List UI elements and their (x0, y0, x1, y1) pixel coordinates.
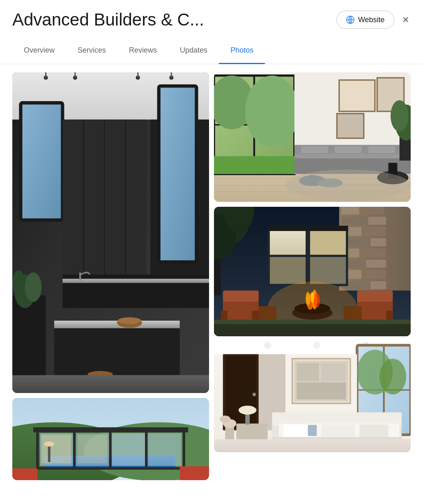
svg-rect-51 (41, 435, 71, 463)
svg-point-36 (12, 270, 25, 296)
svg-point-141 (264, 342, 271, 349)
tab-overview[interactable]: Overview (12, 38, 66, 64)
svg-point-135 (314, 293, 320, 307)
living-room-image (214, 72, 411, 202)
svg-rect-164 (321, 424, 355, 438)
svg-rect-37 (79, 273, 81, 281)
globe-icon (346, 15, 355, 24)
svg-rect-121 (223, 291, 259, 302)
photo-column-left (12, 72, 209, 480)
svg-rect-171 (225, 426, 234, 442)
svg-rect-16 (62, 279, 209, 283)
svg-rect-99 (341, 217, 366, 225)
svg-rect-159 (297, 382, 346, 399)
svg-rect-114 (270, 230, 306, 255)
svg-rect-72 (339, 80, 375, 111)
svg-rect-145 (225, 356, 256, 428)
svg-rect-70 (214, 156, 294, 174)
photo-bedroom[interactable] (214, 341, 411, 452)
svg-point-142 (313, 342, 320, 349)
svg-rect-46 (148, 433, 182, 466)
svg-rect-32 (12, 375, 209, 393)
svg-rect-55 (12, 468, 37, 480)
website-button-label: Website (358, 16, 385, 24)
svg-rect-102 (364, 227, 386, 236)
svg-rect-6 (21, 103, 62, 220)
svg-point-90 (391, 100, 409, 132)
svg-rect-158 (321, 363, 346, 381)
photos-grid (0, 64, 423, 488)
tab-services[interactable]: Services (66, 38, 117, 64)
header-actions: Website × (336, 11, 411, 29)
svg-rect-78 (301, 146, 328, 153)
photo-outdoor-firepit[interactable] (214, 207, 411, 336)
svg-point-20 (118, 317, 141, 324)
svg-rect-125 (357, 291, 393, 302)
svg-rect-18 (54, 321, 180, 328)
svg-rect-98 (361, 207, 384, 215)
svg-rect-128 (259, 306, 277, 322)
svg-rect-13 (159, 86, 197, 262)
svg-rect-168 (236, 423, 267, 442)
svg-rect-80 (368, 146, 395, 153)
tabs-nav: Overview Services Reviews Updates Photos (0, 38, 423, 64)
svg-rect-56 (180, 466, 209, 480)
svg-rect-17 (54, 321, 180, 375)
page-header: Advanced Builders & C... Website × (0, 0, 423, 38)
tab-reviews[interactable]: Reviews (117, 38, 168, 64)
svg-rect-52 (78, 435, 107, 463)
svg-rect-50 (33, 427, 188, 432)
svg-rect-167 (308, 425, 317, 436)
photo-living-room[interactable] (214, 72, 411, 202)
photo-column-right (214, 72, 411, 480)
svg-rect-115 (310, 230, 346, 255)
svg-point-35 (25, 273, 42, 302)
svg-rect-77 (294, 154, 411, 158)
svg-rect-79 (335, 146, 361, 153)
svg-rect-74 (337, 113, 363, 138)
svg-rect-104 (370, 238, 386, 246)
svg-rect-116 (270, 257, 306, 284)
svg-point-134 (306, 292, 310, 305)
svg-rect-117 (310, 257, 346, 284)
kitchen-image (12, 72, 209, 393)
svg-rect-97 (341, 207, 359, 215)
tab-updates[interactable]: Updates (168, 38, 219, 64)
svg-rect-112 (370, 281, 386, 289)
svg-point-170 (239, 406, 257, 415)
svg-rect-108 (366, 260, 386, 268)
svg-point-54 (44, 442, 54, 446)
svg-rect-106 (361, 248, 386, 257)
photo-kitchen[interactable] (12, 72, 209, 393)
svg-point-87 (285, 169, 411, 201)
svg-rect-100 (368, 217, 386, 225)
glass-house-image (12, 398, 209, 480)
photo-glass-house[interactable] (12, 398, 209, 480)
svg-point-69 (245, 76, 299, 147)
svg-rect-138 (214, 320, 411, 324)
close-icon: × (402, 13, 409, 26)
svg-rect-129 (344, 306, 362, 322)
svg-rect-157 (297, 363, 319, 381)
svg-rect-45 (112, 433, 146, 466)
tab-photos[interactable]: Photos (219, 38, 265, 64)
page-title: Advanced Builders & C... (12, 10, 242, 30)
svg-point-153 (379, 358, 406, 394)
bedroom-image (214, 341, 411, 452)
svg-rect-33 (12, 296, 46, 375)
svg-point-173 (220, 416, 230, 423)
close-button[interactable]: × (401, 12, 411, 27)
svg-point-146 (253, 393, 256, 396)
svg-rect-53 (48, 445, 51, 462)
svg-rect-165 (359, 424, 389, 438)
svg-rect-118 (268, 226, 348, 231)
svg-rect-110 (364, 270, 386, 279)
website-button[interactable]: Website (336, 11, 394, 29)
svg-point-136 (310, 292, 314, 303)
svg-rect-174 (214, 439, 411, 452)
outdoor-firepit-image (214, 207, 411, 336)
